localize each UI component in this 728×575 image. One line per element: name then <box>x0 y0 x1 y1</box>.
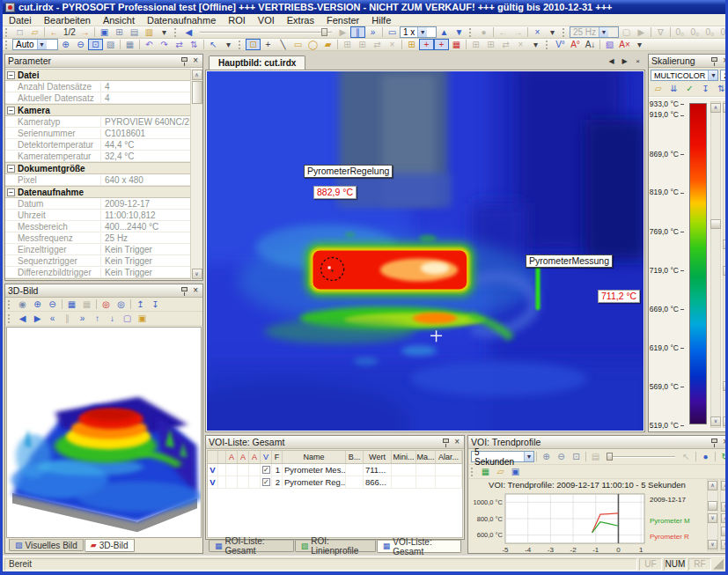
close-icon[interactable]: × <box>632 55 643 67</box>
collapse-icon[interactable]: − <box>7 188 15 196</box>
scale-open-button[interactable]: ▱ <box>651 83 665 94</box>
print-button[interactable]: ▤ <box>127 26 142 38</box>
annotation-pyrometer-regelung[interactable]: PyrometerRegelung <box>304 165 393 178</box>
toolbar-grip[interactable] <box>8 300 12 309</box>
scale-min-button[interactable]: ↧ <box>698 83 713 94</box>
copy-button[interactable]: ⊞ <box>112 26 127 38</box>
toolbar-grip[interactable] <box>8 314 12 323</box>
tab-visuelles-bild[interactable]: ▨ Visuelles Bild <box>9 539 84 551</box>
roi-duplicate-button[interactable]: ⊞ <box>355 39 370 50</box>
annotation-pyrometer-messung[interactable]: PyrometerMessung <box>526 254 613 268</box>
col-alarm-a2-icon[interactable]: A <box>238 451 249 463</box>
annotation-temp-regelung[interactable]: 882,9 °C <box>313 186 357 199</box>
slider-down-icon[interactable]: ∨ <box>723 417 728 426</box>
show-grid-button[interactable]: ▦ <box>122 39 137 50</box>
new-document-button[interactable]: □ <box>12 26 27 38</box>
grid-off-button[interactable]: ▦ <box>79 299 94 310</box>
toolbar-overflow-button[interactable]: ▾ <box>157 26 172 38</box>
bild3d-viewport[interactable] <box>6 327 202 538</box>
roi-copy-button[interactable]: ⊞ <box>340 39 355 50</box>
roi-ellipse-tool-button[interactable]: ◯ <box>305 39 320 50</box>
scroll-up-icon[interactable]: ∧ <box>721 481 728 490</box>
voi-row-1[interactable]: V ✓ 1 Pyrometer Mes... 711... <box>208 464 462 476</box>
trend-pointer-button[interactable]: ↖ <box>679 451 694 462</box>
flip-vertical-button[interactable]: ⇅ <box>187 39 202 50</box>
nav-forward-button[interactable]: → <box>511 26 526 38</box>
menu-hilfe[interactable]: Hilfe <box>365 15 397 26</box>
step-down-button[interactable]: ↓ <box>105 313 120 324</box>
speed-down-button[interactable]: ▼ <box>452 26 467 38</box>
close-icon[interactable]: × <box>721 438 728 446</box>
annotation-temp-messung[interactable]: 711,2 °C <box>598 290 640 303</box>
col-b[interactable]: B... <box>346 451 364 463</box>
delete-dataset-button[interactable]: × <box>530 26 545 38</box>
col-io[interactable]: IO-P... <box>462 451 463 463</box>
slider-down-icon[interactable]: ∨ <box>710 417 721 426</box>
roi-edit-button[interactable]: ⊞ <box>404 39 419 50</box>
param-section-kamera[interactable]: −Kamera <box>5 104 190 116</box>
voi-grid-button[interactable]: ▦ <box>449 39 464 50</box>
open-file-button[interactable]: ▱ <box>27 26 42 38</box>
voi-mirror-button[interactable]: ⇄ <box>498 39 513 50</box>
close-icon[interactable]: × <box>721 56 728 65</box>
frequency-select[interactable]: 25 Hz ▼ <box>570 26 619 38</box>
tab-roi-linienprofile[interactable]: ▧ ROI: Linienprofile <box>295 540 376 552</box>
zoom-in-button[interactable]: ⊕ <box>58 39 73 50</box>
pin-icon[interactable] <box>711 439 717 443</box>
trend-scrollbar-1[interactable]: ∧ ∨ ∨ <box>707 479 718 551</box>
pause-button[interactable]: ∥ <box>350 26 365 38</box>
menu-fenster[interactable]: Fenster <box>320 15 365 26</box>
param-row[interactable]: Messfrequenz25 Hz <box>5 232 190 244</box>
nav-back-button[interactable]: ← <box>496 26 511 38</box>
menu-ansicht[interactable]: Ansicht <box>97 15 141 26</box>
digital-io-button-4[interactable]: 0₀ <box>717 26 728 38</box>
roi-mirror-button[interactable]: ⇄ <box>370 39 385 50</box>
col-alarm[interactable]: Alar... <box>436 451 462 463</box>
raise-surface-button[interactable]: ↥ <box>133 299 148 310</box>
tab-scroll-left-icon[interactable]: ◀ <box>606 55 617 67</box>
single-shot-button[interactable]: ▢ <box>619 26 634 38</box>
pause-3d-button[interactable]: ∥ <box>60 313 75 324</box>
voi-duplicate-button[interactable]: ⊞ <box>483 39 498 50</box>
camera-3d-button[interactable]: ▣ <box>135 313 150 324</box>
collapse-icon[interactable]: − <box>7 71 15 79</box>
scroll-up-icon[interactable]: ∧ <box>192 70 202 80</box>
thermal-image[interactable]: PyrometerRegelung 882,9 °C PyrometerMess… <box>207 71 643 431</box>
close-icon[interactable]: × <box>191 286 200 295</box>
play-button[interactable]: ▶ <box>335 26 350 38</box>
slider-up-icon[interactable]: ∧ <box>723 266 728 276</box>
scroll-down-icon[interactable]: ∨ <box>708 513 717 523</box>
pointer-tool-button[interactable]: ↖ <box>206 39 221 50</box>
rotate-target-button[interactable]: ◎ <box>99 299 114 310</box>
param-row[interactable]: SequenztriggerKein Trigger <box>5 255 190 267</box>
scroll-thumb[interactable] <box>708 501 717 511</box>
timeline-slider[interactable] <box>200 28 332 36</box>
param-row[interactable]: Anzahl Datensätze4 <box>5 81 190 92</box>
toolbar-grip[interactable] <box>239 41 243 49</box>
speed-up-button[interactable]: ▲ <box>437 26 452 38</box>
alarm-clear-button[interactable]: A× <box>617 39 632 50</box>
param-row[interactable]: DifferenzbildtriggerKein Trigger <box>5 267 190 278</box>
resize-grip[interactable] <box>713 559 724 570</box>
voi-copy-button[interactable]: ⊞ <box>468 39 483 50</box>
roi-select-tool-button[interactable]: ⊡ <box>246 39 261 50</box>
roi-line-tool-button[interactable]: ╲ <box>276 39 290 50</box>
menu-extras[interactable]: Extras <box>281 15 320 26</box>
col-blank[interactable] <box>208 451 218 463</box>
close-icon[interactable]: × <box>191 56 200 65</box>
snapshot-3d-button[interactable]: ▢ <box>120 313 135 324</box>
next-dataset-button[interactable]: → <box>77 26 92 38</box>
trend-save-button[interactable]: ▣ <box>508 466 523 477</box>
parameter-scrollbar[interactable]: ∧ ∨ <box>190 69 202 280</box>
trend-slider[interactable] <box>607 453 675 461</box>
scale-auto-button[interactable]: ⇊ <box>666 83 681 94</box>
voi-chart-button[interactable]: ▧ <box>602 39 617 50</box>
scale-apply-button[interactable]: ✓ <box>682 83 697 94</box>
save-button[interactable]: ▣ <box>97 26 112 38</box>
param-section-messobjekt[interactable]: −Messobjekt <box>5 278 190 280</box>
col-wert[interactable]: Wert <box>364 451 392 463</box>
trend-table-button[interactable]: ▦ <box>478 466 493 477</box>
interval-select[interactable]: 5 Sekunden ▼ <box>471 451 534 462</box>
go-to-start-button[interactable]: ◀ <box>181 26 196 38</box>
visible-checkbox[interactable]: ✓ <box>262 478 270 486</box>
